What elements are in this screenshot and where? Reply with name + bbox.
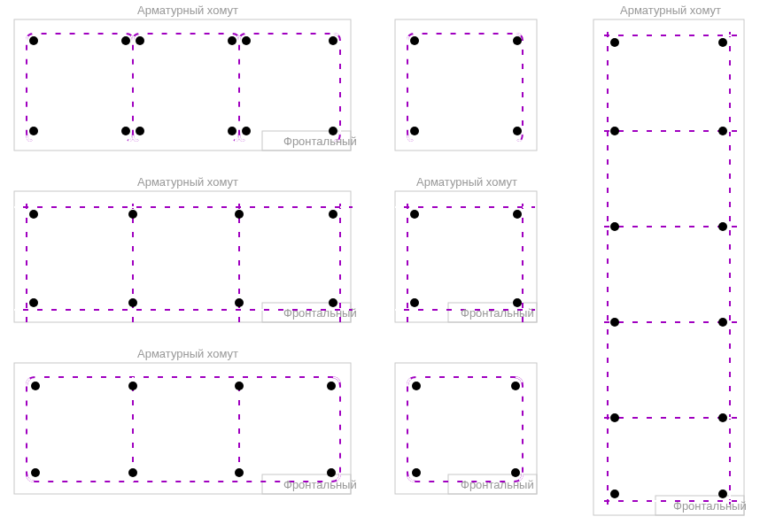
label-frontal-b2: Фронтальный bbox=[461, 306, 534, 320]
svg-point-56 bbox=[718, 127, 727, 135]
svg-point-58 bbox=[718, 222, 727, 231]
svg-point-53 bbox=[610, 38, 619, 47]
svg-point-31 bbox=[410, 210, 419, 219]
svg-point-2 bbox=[29, 36, 38, 45]
svg-point-23 bbox=[235, 210, 244, 219]
svg-point-39 bbox=[235, 382, 244, 390]
label-armature-b1: Арматурный хомут bbox=[137, 175, 238, 189]
svg-point-8 bbox=[29, 127, 38, 135]
svg-point-64 bbox=[718, 490, 727, 498]
svg-point-7 bbox=[329, 36, 337, 45]
svg-point-63 bbox=[610, 490, 619, 498]
svg-point-16 bbox=[513, 36, 522, 45]
svg-point-43 bbox=[235, 468, 244, 477]
svg-point-41 bbox=[31, 468, 40, 477]
svg-point-24 bbox=[329, 210, 337, 219]
svg-point-62 bbox=[718, 413, 727, 422]
svg-point-21 bbox=[29, 210, 38, 219]
svg-point-40 bbox=[327, 382, 336, 390]
svg-point-22 bbox=[128, 210, 137, 219]
label-armature-a1: Арматурный хомут bbox=[137, 4, 238, 17]
label-frontal-c2: Фронтальный bbox=[461, 478, 534, 491]
label-frontal-c1: Фронтальный bbox=[283, 478, 357, 491]
svg-point-37 bbox=[31, 382, 40, 390]
label-frontal-d: Фронтальный bbox=[673, 499, 747, 513]
svg-point-18 bbox=[513, 127, 522, 135]
svg-point-55 bbox=[610, 127, 619, 135]
label-armature-d: Арматурный хомут bbox=[620, 4, 721, 17]
svg-point-27 bbox=[235, 298, 244, 307]
svg-point-4 bbox=[136, 36, 144, 45]
svg-point-12 bbox=[242, 127, 251, 135]
svg-point-38 bbox=[128, 382, 137, 390]
label-frontal-b1: Фронтальный bbox=[283, 306, 357, 320]
svg-point-47 bbox=[412, 382, 421, 390]
svg-point-48 bbox=[511, 382, 520, 390]
svg-point-26 bbox=[128, 298, 137, 307]
svg-point-33 bbox=[410, 298, 419, 307]
svg-point-15 bbox=[410, 36, 419, 45]
svg-point-5 bbox=[228, 36, 237, 45]
svg-point-54 bbox=[718, 38, 727, 47]
svg-point-50 bbox=[511, 468, 520, 477]
svg-point-61 bbox=[610, 413, 619, 422]
svg-point-49 bbox=[412, 468, 421, 477]
svg-point-17 bbox=[410, 127, 419, 135]
svg-point-25 bbox=[29, 298, 38, 307]
svg-point-57 bbox=[610, 222, 619, 231]
svg-point-60 bbox=[718, 318, 727, 327]
svg-point-59 bbox=[610, 318, 619, 327]
svg-point-11 bbox=[228, 127, 237, 135]
label-armature-c1: Арматурный хомут bbox=[137, 347, 238, 360]
svg-point-10 bbox=[136, 127, 144, 135]
svg-point-32 bbox=[513, 210, 522, 219]
label-frontal-a1: Фронтальный bbox=[283, 135, 357, 148]
svg-point-3 bbox=[121, 36, 130, 45]
svg-rect-51 bbox=[593, 19, 744, 515]
svg-point-9 bbox=[121, 127, 130, 135]
svg-point-6 bbox=[242, 36, 251, 45]
svg-point-44 bbox=[327, 468, 336, 477]
svg-point-42 bbox=[128, 468, 137, 477]
label-armature-b2: Арматурный хомут bbox=[416, 175, 517, 189]
